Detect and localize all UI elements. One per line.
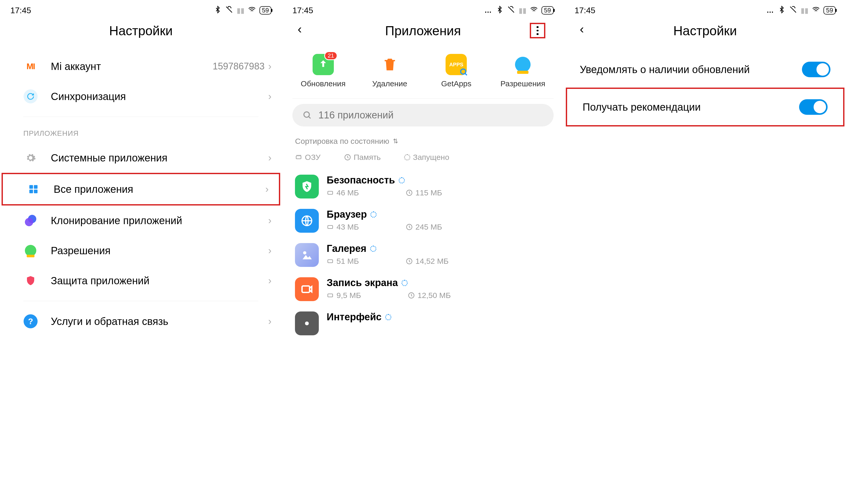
svg-point-4	[461, 69, 466, 74]
battery-icon: 59	[541, 6, 554, 15]
recommendations-row[interactable]: Получать рекомендации	[566, 88, 844, 126]
svg-rect-0	[29, 185, 33, 188]
mi-account-id: 1597867983	[213, 61, 264, 72]
back-button[interactable]: ‹	[298, 23, 302, 35]
clone-label: Клонирование приложений	[51, 215, 268, 227]
getapps-action[interactable]: APPS GetApps	[424, 54, 488, 88]
getapps-label: GetApps	[441, 79, 471, 88]
search-box[interactable]	[292, 104, 553, 126]
chevron-right-icon: ›	[268, 316, 272, 327]
page-title: Приложения	[385, 23, 461, 38]
permissions-icon	[23, 243, 38, 258]
svg-rect-16	[302, 286, 310, 292]
updates-label: Обновления	[301, 79, 345, 88]
sync-icon	[23, 89, 38, 104]
svg-rect-3	[34, 190, 38, 193]
divider	[292, 98, 553, 99]
system-apps-row[interactable]: Системные приложения ›	[0, 143, 282, 173]
app-protection-label: Защита приложений	[51, 275, 268, 287]
app-protection-row[interactable]: Защита приложений ›	[0, 266, 282, 296]
header: Настройки	[0, 18, 282, 51]
top-actions: 21 Обновления Удаление APPS GetApps Разр…	[282, 51, 564, 98]
app-name: Интерфейс	[327, 311, 381, 323]
app-row[interactable]: Галерея 51 МБ 14,52 МБ	[282, 238, 564, 272]
bluetooth-icon	[214, 6, 222, 15]
svg-rect-11	[328, 226, 333, 229]
recommendations-toggle[interactable]	[799, 99, 828, 115]
divider	[23, 116, 258, 117]
status-time: 17:45	[292, 6, 313, 15]
permissions-action[interactable]: Разрешения	[491, 54, 555, 88]
app-ram: 46 МБ	[337, 188, 359, 197]
clone-apps-row[interactable]: Клонирование приложений ›	[0, 205, 282, 236]
vibrate-icon	[225, 6, 233, 15]
svg-rect-1	[34, 185, 38, 188]
chevron-right-icon: ›	[268, 275, 272, 286]
updates-badge: 21	[324, 51, 337, 60]
app-icon	[295, 311, 319, 335]
gear-icon	[23, 150, 38, 165]
app-row[interactable]: Безопасность 46 МБ 115 МБ	[282, 169, 564, 204]
status-icons: … ▮▮ 59	[484, 6, 554, 15]
sync-label: Синхронизация	[51, 91, 268, 102]
app-storage: 14,52 МБ	[415, 257, 449, 266]
signal-icon: ▮▮	[519, 6, 526, 15]
section-apps-title: ПРИЛОЖЕНИЯ	[0, 122, 282, 143]
bluetooth-icon	[496, 6, 504, 15]
app-icon	[295, 243, 319, 267]
app-name: Безопасность	[327, 175, 395, 186]
more-menu-button[interactable]	[530, 23, 545, 38]
notify-updates-row[interactable]: Уведомлять о наличии обновлений	[564, 51, 846, 88]
chevron-right-icon: ›	[268, 152, 272, 163]
app-storage: 245 МБ	[415, 222, 442, 231]
app-ram: 51 МБ	[337, 257, 359, 266]
svg-point-19	[305, 322, 309, 325]
meta-running: Запущено	[404, 153, 449, 162]
sync-row[interactable]: Синхронизация ›	[0, 82, 282, 111]
divider	[23, 301, 258, 301]
all-apps-row[interactable]: Все приложения ›	[2, 173, 280, 205]
svg-rect-8	[328, 191, 333, 194]
app-row[interactable]: Запись экрана 9,5 МБ 12,50 МБ	[282, 272, 564, 306]
app-icon	[295, 175, 319, 198]
help-icon: ?	[23, 314, 38, 328]
wifi-icon	[248, 6, 256, 15]
permissions-row[interactable]: Разрешения ›	[0, 236, 282, 266]
app-row[interactable]: Браузер 43 МБ 245 МБ	[282, 204, 564, 238]
running-indicator-icon	[370, 246, 376, 252]
sort-arrows-icon: ⇅	[393, 138, 398, 145]
status-time: 17:45	[11, 6, 31, 15]
svg-point-5	[304, 112, 309, 117]
feedback-label: Услуги и обратная связь	[51, 316, 268, 327]
chevron-right-icon: ›	[268, 215, 272, 226]
page-title: Настройки	[673, 23, 737, 38]
wifi-icon	[812, 6, 820, 15]
clone-icon	[23, 213, 38, 228]
system-apps-label: Системные приложения	[51, 152, 268, 164]
svg-point-13	[303, 251, 307, 254]
chevron-right-icon: ›	[268, 61, 272, 72]
battery-icon: 59	[824, 6, 835, 15]
meta-ram: ОЗУ	[295, 153, 320, 162]
more-status-icon: …	[767, 6, 774, 15]
notify-updates-toggle[interactable]	[802, 62, 830, 77]
app-icon	[295, 209, 319, 233]
more-status-icon: …	[484, 6, 492, 15]
recommendations-label: Получать рекомендации	[583, 100, 791, 114]
vibrate-icon	[507, 6, 515, 15]
wifi-icon	[530, 6, 538, 15]
status-bar: 17:45 … ▮▮ 59	[564, 0, 846, 18]
updates-action[interactable]: 21 Обновления	[291, 54, 355, 88]
search-input[interactable]	[318, 110, 543, 121]
feedback-row[interactable]: ? Услуги и обратная связь ›	[0, 306, 282, 336]
back-button[interactable]: ‹	[580, 23, 584, 35]
app-row[interactable]: Интерфейс	[282, 306, 564, 341]
sort-row[interactable]: Сортировка по состоянию ⇅	[282, 134, 564, 149]
mi-account-row[interactable]: MI Mi аккаунт 1597867983 ›	[0, 51, 282, 82]
uninstall-action[interactable]: Удаление	[358, 54, 422, 88]
permissions-icon	[512, 54, 534, 75]
app-settings-panel: 17:45 … ▮▮ 59 ‹ Настройки Уведомлять о н…	[564, 0, 846, 504]
status-icons: … ▮▮ 59	[767, 6, 835, 15]
page-title: Настройки	[109, 23, 173, 38]
app-name: Запись экрана	[327, 277, 398, 288]
